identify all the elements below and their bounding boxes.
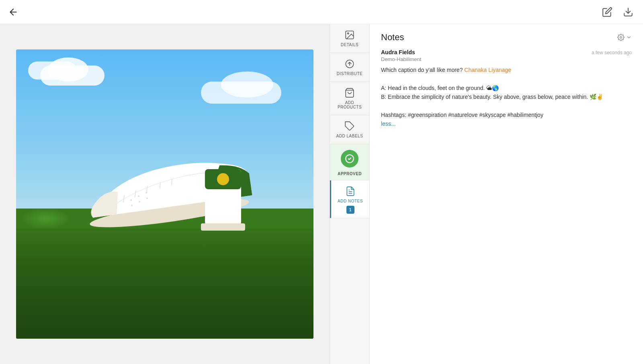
sidebar-item-add-products[interactable]: ADD PRODUCTS [330,82,369,115]
comment-meta: Audra Fields a few seconds ago [381,49,632,55]
top-bar [0,0,643,24]
approved-icon-bg [341,150,358,168]
add-products-label: ADD PRODUCTS [338,100,362,109]
back-arrow-icon [8,7,18,17]
download-icon [623,7,633,17]
top-bar-left [8,7,18,17]
sidebar-item-add-notes[interactable]: ADD NOTES 1 [330,180,369,218]
less-button[interactable]: less... [381,121,396,127]
image-area [0,24,330,364]
comment-prefix: Which caption do y'all like more? [381,67,463,73]
comment-time: a few seconds ago [592,50,632,55]
sidebar-item-distribute[interactable]: DISTRIBUTE [330,53,369,82]
shoe-svg [64,149,265,237]
svg-rect-15 [201,223,245,231]
check-circle-icon [344,153,355,164]
cloud-2 [28,61,76,80]
svg-point-17 [348,33,349,34]
sidebar: DETAILS DISTRIBUTE ADD PRODUCTS [330,24,370,364]
comment-author: Audra Fields [381,49,415,55]
distribute-label: DISTRIBUTE [337,72,362,76]
notes-count-badge: 1 [346,206,354,214]
svg-point-28 [620,37,622,39]
comment-subtitle: Demo-Habiliment [381,56,632,62]
add-labels-label: ADD LABELS [336,134,363,138]
top-bar-right [600,5,635,19]
pencil-icon [602,7,612,17]
notes-header: Notes [381,32,632,43]
shoe-image [64,149,265,237]
settings-button[interactable] [617,34,632,41]
notes-icon [345,186,356,196]
bag-icon [344,88,355,98]
details-label: DETAILS [341,43,358,47]
main-content: DETAILS DISTRIBUTE ADD PRODUCTS [0,24,643,364]
back-button[interactable] [8,7,18,17]
edit-button[interactable] [600,5,614,19]
comment-line-1: A: Head in the clouds, feet on the groun… [381,85,499,91]
image-icon [344,30,355,40]
sidebar-item-add-labels[interactable]: ADD LABELS [330,115,369,144]
comment-block: Audra Fields a few seconds ago Demo-Habi… [381,49,632,129]
distribute-icon [344,59,355,69]
download-button[interactable] [621,5,635,19]
gear-icon [617,34,625,41]
chevron-down-icon [626,35,632,40]
approved-label: APPROVED [338,172,362,176]
sidebar-item-approved[interactable]: APPROVED [330,144,369,180]
comment-hashtags: Hashtags: #greenspiration #naturelove #s… [381,112,543,118]
svg-point-14 [217,173,229,185]
comment-text: Which caption do y'all like more? Chanak… [381,65,632,129]
comment-mention[interactable]: Chanaka Liyanage [464,67,511,73]
notes-title: Notes [381,32,404,43]
cloud-3-top [221,72,273,98]
tag-icon [344,121,355,131]
comment-line-2: B: Embrace the simplicity of nature's be… [381,94,603,100]
add-notes-label: ADD NOTES [338,199,363,203]
sidebar-item-details[interactable]: DETAILS [330,24,369,53]
notes-panel: Notes Audra Fields a few seconds ago Dem… [370,24,643,364]
product-image [16,49,313,339]
